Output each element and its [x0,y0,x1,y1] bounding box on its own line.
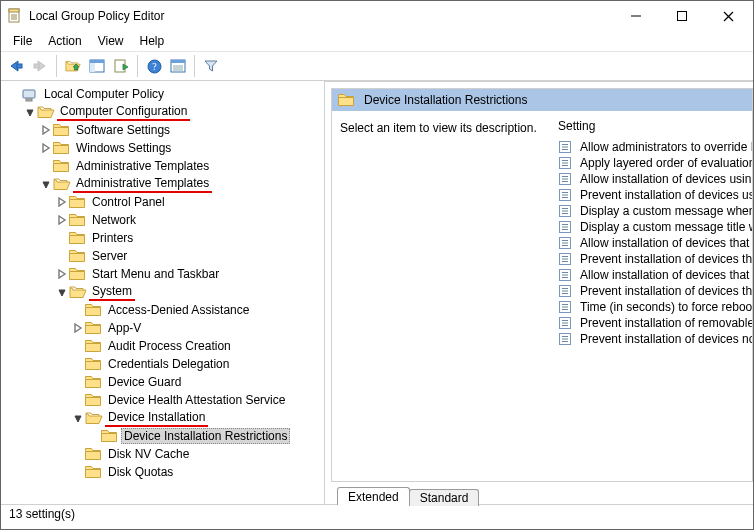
tree-admin-templates-2[interactable]: Administrative Templates [7,175,324,193]
tree-software-settings[interactable]: Software Settings [7,121,324,139]
expand-icon[interactable] [39,177,53,191]
tree-pane[interactable]: Local Computer Policy Computer Configura… [1,81,325,504]
show-hide-tree-button[interactable] [86,55,108,77]
folder-open-icon [69,285,85,299]
app-icon [7,8,23,24]
svg-rect-15 [17,64,22,68]
tree-credentials-delegation[interactable]: Credentials Delegation [7,355,324,373]
tree-server[interactable]: Server [7,247,324,265]
expand-icon[interactable] [55,195,69,209]
tree-printers[interactable]: Printers [7,229,324,247]
policy-icon [558,204,572,218]
folder-icon [69,267,85,281]
content-header: Device Installation Restrictions [332,89,752,111]
setting-row[interactable]: Display a custom message title when devi… [554,219,752,235]
up-button[interactable] [62,55,84,77]
tree-device-installation[interactable]: Device Installation [7,409,324,427]
tree-disk-nv-cache[interactable]: Disk NV Cache [7,445,324,463]
settings-column: Setting Allow administrators to override… [554,111,752,481]
setting-row[interactable]: Allow installation of devices that match… [554,235,752,251]
tree-disk-quotas[interactable]: Disk Quotas [7,463,324,481]
tree-admin-templates-1[interactable]: Administrative Templates [7,157,324,175]
tree-device-health[interactable]: Device Health Attestation Service [7,391,324,409]
close-button[interactable] [705,1,751,31]
folder-icon [85,357,101,371]
content-title: Device Installation Restrictions [364,93,527,107]
expand-icon[interactable] [55,267,69,281]
folder-icon [69,213,85,227]
menu-help[interactable]: Help [132,32,173,50]
tree-start-menu[interactable]: Start Menu and Taskbar [7,265,324,283]
policy-icon [558,300,572,314]
expand-icon[interactable] [71,411,85,425]
svg-rect-16 [34,64,39,68]
column-header-setting[interactable]: Setting [554,117,752,139]
folder-icon [69,195,85,209]
back-button[interactable] [5,55,27,77]
setting-row[interactable]: Prevent installation of removable device… [554,315,752,331]
minimize-button[interactable] [613,1,659,31]
description-prompt: Select an item to view its description. [340,121,537,135]
tabs: Extended Standard [331,482,753,504]
setting-row[interactable]: Allow installation of devices using driv… [554,171,752,187]
folder-icon [53,141,69,155]
tree-root-label: Local Computer Policy [41,86,167,102]
tree-audit-process[interactable]: Audit Process Creation [7,337,324,355]
folder-icon [53,123,69,137]
setting-row[interactable]: Prevent installation of devices not desc… [554,331,752,347]
setting-row[interactable]: Time (in seconds) to force reboot when r… [554,299,752,315]
tab-standard[interactable]: Standard [409,489,480,506]
setting-row[interactable]: Display a custom message when installati… [554,203,752,219]
svg-line-13 [724,12,733,21]
folder-icon [101,429,117,443]
help-button[interactable]: ? [143,55,165,77]
setting-row[interactable]: Allow administrators to override Device … [554,139,752,155]
setting-row[interactable]: Prevent installation of devices using dr… [554,187,752,203]
setting-row[interactable]: Apply layered order of evaluation for Al… [554,155,752,171]
description-column: Select an item to view its description. [332,111,554,481]
menu-view[interactable]: View [90,32,132,50]
tree-control-panel[interactable]: Control Panel [7,193,324,211]
tree-device-installation-restrictions[interactable]: Device Installation Restrictions [7,427,324,445]
svg-rect-19 [90,63,95,72]
menu-action[interactable]: Action [40,32,89,50]
filter-button[interactable] [200,55,222,77]
tree-access-denied[interactable]: Access-Denied Assistance [7,301,324,319]
expand-icon[interactable] [71,321,85,335]
tree-windows-settings[interactable]: Windows Settings [7,139,324,157]
forward-button[interactable] [29,55,51,77]
folder-icon [85,393,101,407]
policy-icon [558,332,572,346]
tree-app-v[interactable]: App-V [7,319,324,337]
folder-open-icon [85,411,101,425]
tree-computer-configuration[interactable]: Computer Configuration [7,103,324,121]
folder-icon [85,375,101,389]
status-text: 13 setting(s) [9,507,75,521]
folder-icon [69,249,85,263]
expand-icon[interactable] [39,141,53,155]
menu-file[interactable]: File [5,32,40,50]
expand-icon[interactable] [55,213,69,227]
folder-icon [85,303,101,317]
expand-icon[interactable] [23,105,37,119]
tree-system[interactable]: System [7,283,324,301]
setting-row[interactable]: Prevent installation of devices that mat… [554,251,752,267]
policy-icon [558,316,572,330]
tree-network[interactable]: Network [7,211,324,229]
tab-extended[interactable]: Extended [337,487,410,505]
expand-icon[interactable] [39,123,53,137]
setting-row[interactable]: Prevent installation of devices that mat… [554,283,752,299]
policy-icon [558,140,572,154]
maximize-button[interactable] [659,1,705,31]
tree-device-guard[interactable]: Device Guard [7,373,324,391]
tree-root[interactable]: Local Computer Policy [7,85,324,103]
expand-icon[interactable] [55,285,69,299]
setting-row[interactable]: Allow installation of devices that match… [554,267,752,283]
folder-icon [69,231,85,245]
properties-button[interactable] [167,55,189,77]
titlebar: Local Group Policy Editor [1,1,753,31]
right-pane: Device Installation Restrictions Select … [325,81,753,504]
export-list-button[interactable] [110,55,132,77]
folder-icon [53,159,69,173]
policy-icon [558,172,572,186]
